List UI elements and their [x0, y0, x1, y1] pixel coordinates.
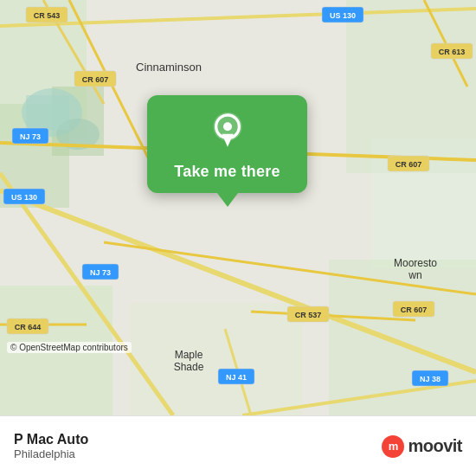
- svg-text:NJ 73: NJ 73: [20, 132, 41, 141]
- svg-text:CR 607: CR 607: [82, 75, 109, 84]
- svg-text:NJ 73: NJ 73: [90, 268, 111, 277]
- svg-text:wn: wn: [408, 269, 421, 281]
- moovit-logo-text: moovit: [408, 436, 462, 456]
- svg-point-57: [223, 122, 232, 131]
- bottom-bar: P Mac Auto Philadelphia m moovit: [0, 415, 476, 476]
- popup-card: Take me there: [147, 95, 307, 193]
- map-svg: CR 543 US 130 CR 613 CR 607 NJ 73 US 130…: [0, 0, 476, 415]
- map-container: CR 543 US 130 CR 613 CR 607 NJ 73 US 130…: [0, 0, 476, 415]
- location-pin-icon: [206, 111, 249, 154]
- moovit-logo: m moovit: [382, 435, 462, 458]
- svg-text:NJ 38: NJ 38: [420, 375, 441, 383]
- svg-rect-8: [130, 303, 303, 415]
- svg-text:CR 613: CR 613: [439, 48, 466, 56]
- moovit-logo-icon: m: [382, 435, 404, 458]
- svg-text:CR 607: CR 607: [396, 160, 422, 169]
- svg-text:CR 537: CR 537: [295, 311, 322, 319]
- svg-text:US 130: US 130: [330, 11, 356, 20]
- take-me-there-button[interactable]: Take me there: [174, 163, 280, 181]
- svg-text:CR 644: CR 644: [15, 323, 42, 331]
- location-info: P Mac Auto Philadelphia: [14, 432, 88, 460]
- svg-text:Mooresto: Mooresto: [394, 257, 437, 269]
- svg-rect-11: [26, 95, 69, 130]
- location-city: Philadelphia: [14, 447, 88, 460]
- svg-text:Maple: Maple: [175, 349, 203, 361]
- svg-text:CR 543: CR 543: [34, 11, 61, 20]
- svg-text:CR 607: CR 607: [401, 306, 428, 314]
- osm-credit: © OpenStreetMap contributors: [7, 342, 132, 353]
- location-name: P Mac Auto: [14, 432, 88, 447]
- svg-text:Shade: Shade: [174, 361, 204, 373]
- svg-text:Cinnaminson: Cinnaminson: [136, 61, 202, 74]
- svg-text:US 130: US 130: [11, 193, 37, 202]
- svg-text:NJ 41: NJ 41: [226, 373, 247, 382]
